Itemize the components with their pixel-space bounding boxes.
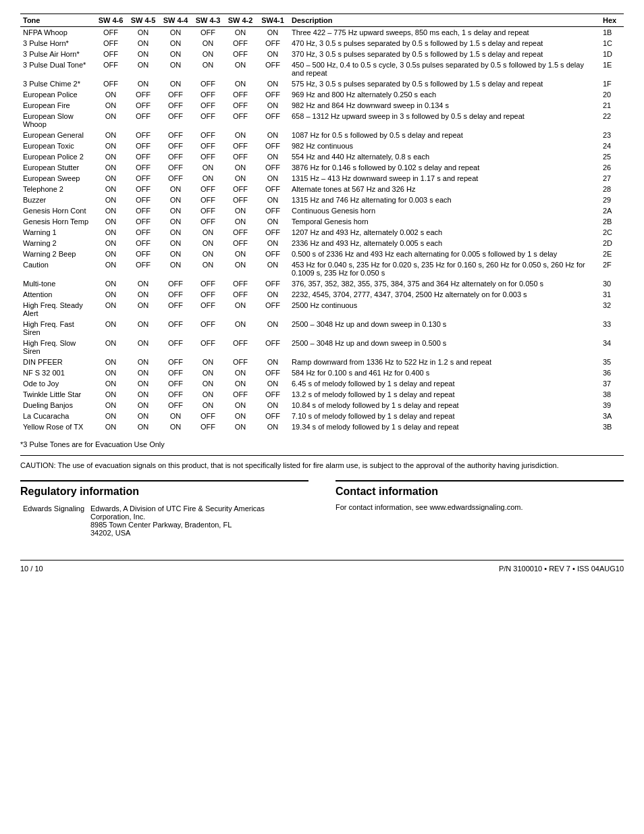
table-row: European SweepONOFFOFFONONON1315 Hz – 41… — [20, 173, 624, 184]
header-sw46: SW 4-6 — [95, 14, 127, 27]
table-row: European FireONOFFOFFOFFOFFON982 Hz and … — [20, 100, 624, 111]
table-row: Yellow Rose of TXONONONOFFONON19.34 s of… — [20, 421, 624, 432]
header-tone: Tone — [20, 14, 95, 27]
table-row: Warning 1ONOFFONONOFFOFF1207 Hz and 493 … — [20, 227, 624, 238]
header-description: Description — [289, 14, 600, 27]
caution-text: CAUTION: The use of evacuation signals o… — [20, 455, 624, 469]
table-row: Genesis Horn ContONOFFONOFFONOFFContinuo… — [20, 205, 624, 216]
table-row: 3 Pulse Dual Tone*OFFONONONONOFF450 – 50… — [20, 59, 624, 78]
table-row: Warning 2ONOFFONONOFFON2336 Hz and 493 H… — [20, 238, 624, 249]
note-text: *3 Pulse Tones are for Evacuation Use On… — [20, 440, 624, 448]
table-row: European PoliceONOFFOFFOFFOFFOFF969 Hz a… — [20, 89, 624, 100]
company-name: Edwards Signaling — [20, 503, 88, 538]
table-row: Ode to JoyONONOFFONONON6.45 s of melody … — [20, 378, 624, 389]
table-row: European ToxicONOFFOFFOFFOFFOFF982 Hz co… — [20, 140, 624, 151]
header-sw44: SW 4-4 — [159, 14, 192, 27]
table-row: High Freq. Steady AlertONONOFFOFFONOFF25… — [20, 300, 624, 319]
table-row: Genesis Horn TempONOFFONOFFONONTemporal … — [20, 216, 624, 227]
table-row: NFPA WhoopOFFONONOFFONONThree 422 – 775 … — [20, 27, 624, 38]
contact-title: Contact information — [336, 486, 624, 498]
table-row: European GeneralONOFFOFFOFFONON1087 Hz f… — [20, 130, 624, 140]
table-row: European Slow WhoopONOFFOFFOFFOFFOFF658 … — [20, 111, 624, 130]
table-row: BuzzerONOFFONOFFOFFON1315 Hz and 746 Hz … — [20, 194, 624, 205]
table-row: European StutterONOFFOFFONONOFF3876 Hz f… — [20, 162, 624, 173]
table-row: Twinkle Little StarONONOFFONOFFOFF13.2 s… — [20, 389, 624, 400]
table-row: La CucarachaONONONOFFONOFF7.10 s of melo… — [20, 411, 624, 421]
table-row: Telephone 2ONOFFONOFFOFFOFFAlternate ton… — [20, 184, 624, 194]
table-row: Multi-toneONONOFFOFFOFFOFF376, 357, 352,… — [20, 278, 624, 289]
table-row: 3 Pulse Air Horn*OFFONONONOFFON370 Hz, 3… — [20, 49, 624, 59]
header-sw42: SW 4-2 — [224, 14, 257, 27]
table-row: High Freq. Slow SirenONONOFFOFFOFFOFF250… — [20, 338, 624, 357]
table-row: 3 Pulse Chime 2*OFFONONOFFONON575 Hz, 3 … — [20, 78, 624, 89]
contact-text: For contact information, see www.edwards… — [336, 503, 624, 511]
table-row: Dueling BanjosONONOFFONONON10.84 s of me… — [20, 400, 624, 411]
footer-revision: P/N 3100010 • REV 7 • ISS 04AUG10 — [499, 565, 624, 573]
table-row: DIN PFEERONONOFFONOFFONRamp downward fro… — [20, 357, 624, 367]
regulatory-table: Edwards Signaling Edwards, A Division of… — [20, 503, 308, 538]
header-hex: Hex — [600, 14, 624, 27]
regulatory-title: Regulatory information — [20, 486, 308, 498]
table-row: AttentionONONOFFOFFOFFON2232, 4545, 3704… — [20, 289, 624, 300]
header-sw41: SW4-1 — [257, 14, 289, 27]
table-row: High Freq. Fast SirenONONOFFOFFONON2500 … — [20, 319, 624, 338]
header-sw45: SW 4-5 — [127, 14, 159, 27]
footer-page: 10 / 10 — [20, 565, 43, 573]
table-row: Warning 2 BeepONOFFONONONOFF0.500 s of 2… — [20, 249, 624, 259]
contact-section: Contact information For contact informat… — [336, 480, 624, 546]
header-sw43: SW 4-3 — [192, 14, 224, 27]
table-row: 3 Pulse Horn*OFFONONONOFFOFF470 Hz, 3 0.… — [20, 38, 624, 49]
table-row: CautionONOFFONONONON453 Hz for 0.040 s, … — [20, 259, 624, 278]
footer: 10 / 10 P/N 3100010 • REV 7 • ISS 04AUG1… — [20, 560, 624, 573]
bottom-sections: Regulatory information Edwards Signaling… — [20, 480, 624, 546]
tones-table: Tone SW 4-6 SW 4-5 SW 4-4 SW 4-3 SW 4-2 … — [20, 14, 624, 432]
table-row: European Police 2ONOFFOFFOFFOFFON554 Hz … — [20, 151, 624, 162]
company-address: Edwards, A Division of UTC Fire & Securi… — [88, 503, 308, 538]
regulatory-section: Regulatory information Edwards Signaling… — [20, 480, 308, 546]
table-row: NF S 32 001ONONOFFONONOFF584 Hz for 0.10… — [20, 367, 624, 378]
